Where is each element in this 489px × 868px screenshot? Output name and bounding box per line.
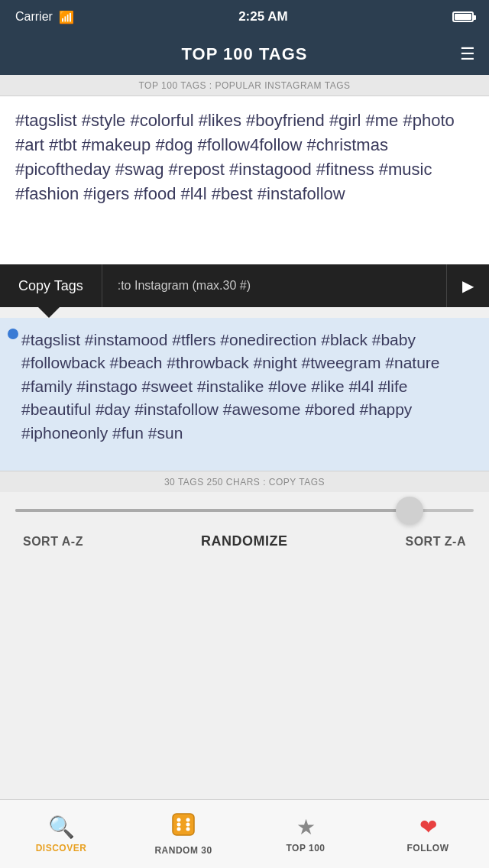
main-tags-text: #tagslist #style #colorful #likes #boyfr… [15, 108, 474, 206]
slider-track[interactable] [15, 509, 474, 512]
dice-icon [171, 812, 196, 842]
tab-bar: 🔍 DISCOVER RANDOM 30 ★ TOP 100 ❤ FOLLOW [0, 799, 489, 868]
sort-az-button[interactable]: SORT A-Z [23, 535, 83, 549]
sort-bar: SORT A-Z RANDOMIZE SORT Z-A [0, 526, 489, 557]
tab-top100-label: TOP 100 [286, 843, 325, 853]
header: TOP 100 TAGS ☰ [0, 34, 489, 75]
copy-tags-button[interactable]: Copy Tags [0, 264, 102, 307]
subtitle-bar: TOP 100 TAGS : POPULAR INSTAGRAM TAGS [0, 75, 489, 96]
tab-discover-label: DISCOVER [36, 843, 87, 853]
tab-random30-label: RANDOM 30 [154, 845, 212, 856]
status-left: Carrier 📶 [15, 10, 74, 24]
svg-point-5 [177, 823, 181, 827]
search-icon: 🔍 [48, 815, 75, 840]
carrier-label: Carrier [15, 10, 53, 24]
tab-follow[interactable]: ❤ FOLLOW [367, 800, 489, 868]
copy-bar: Copy Tags :to Instagram (max.30 #) ▶ [0, 264, 489, 307]
svg-rect-0 [173, 814, 194, 835]
page-title: TOP 100 TAGS [182, 44, 308, 64]
svg-point-3 [177, 828, 181, 831]
tooltip-arrow [38, 307, 60, 318]
heart-icon: ❤ [419, 815, 437, 840]
svg-point-6 [186, 823, 190, 827]
copy-status-text: 30 TAGS 250 CHARS : COPY TAGS [164, 477, 325, 487]
slider-fill [15, 509, 405, 512]
status-right [452, 11, 474, 22]
tab-random30[interactable]: RANDOM 30 [122, 800, 244, 868]
wifi-icon: 📶 [59, 10, 74, 24]
subtitle-text: TOP 100 TAGS : POPULAR INSTAGRAM TAGS [138, 80, 350, 91]
svg-point-1 [177, 818, 181, 822]
selected-tags-area[interactable]: #tagslist #instamood #tflers #onedirecti… [0, 318, 489, 471]
selected-tags-text: #tagslist #instamood #tflers #onedirecti… [21, 329, 474, 445]
slider-area [0, 492, 489, 526]
selection-dot [8, 329, 18, 339]
tab-top100[interactable]: ★ TOP 100 [244, 800, 367, 868]
copy-status-bar: 30 TAGS 250 CHARS : COPY TAGS [0, 471, 489, 492]
main-tags-area: #tagslist #style #colorful #likes #boyfr… [0, 96, 489, 264]
battery-icon [452, 11, 474, 22]
status-bar: Carrier 📶 2:25 AM [0, 0, 489, 34]
copy-label: :to Instagram (max.30 #) [102, 279, 446, 293]
sort-za-button[interactable]: SORT Z-A [405, 535, 466, 549]
star-icon: ★ [296, 815, 316, 840]
tab-discover[interactable]: 🔍 DISCOVER [0, 800, 122, 868]
status-time: 2:25 AM [238, 9, 288, 24]
randomize-button[interactable]: RANDOMIZE [201, 533, 288, 549]
play-button[interactable]: ▶ [446, 264, 489, 307]
copy-popup: Copy Tags :to Instagram (max.30 #) ▶ [0, 264, 489, 318]
tab-follow-label: FOLLOW [407, 843, 449, 853]
svg-point-4 [186, 828, 190, 831]
menu-icon[interactable]: ☰ [460, 44, 475, 64]
svg-point-2 [186, 818, 190, 822]
slider-thumb[interactable] [396, 497, 423, 524]
